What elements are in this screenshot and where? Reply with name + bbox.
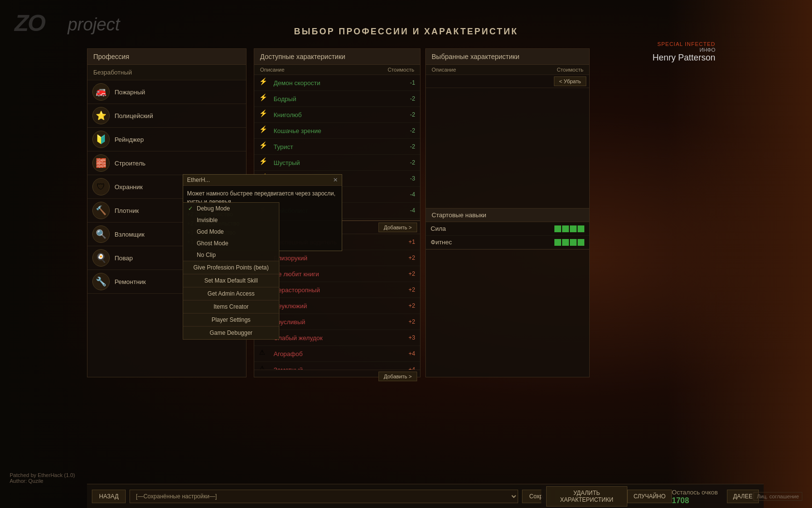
char-item-positive[interactable]: ⚡ Турист -2 [254,139,420,155]
add-chars-button-top[interactable]: Добавить > [378,223,417,232]
license-link[interactable]: Лиц. соглашение [754,492,802,501]
debug-mode-item[interactable]: ✓ Debug Mode [183,203,279,214]
top-right-info: SPECIAL INFECTED ИНФО Henry Patterson [652,41,715,63]
profession-icon: 🔍 [92,225,110,243]
god-mode-item[interactable]: God Mode [183,226,279,238]
skill-bars [554,239,584,246]
char-name: Демон скорости [274,79,403,87]
char-cost: -2 [403,95,415,102]
char-cost: +4 [403,350,415,357]
special-infected-label: SPECIAL INFECTED [652,41,715,47]
char-cost: +2 [403,254,415,261]
char-icon: ⚡ [259,77,270,88]
skill-name: Фитнес [431,239,554,246]
bottom-bar-right: УДАЛИТЬ ХАРАКТЕРИСТИКИ СЛУЧАЙНО Осталось… [541,484,764,508]
page-title: ВЫБОР ПРОФЕССИИ И ХАРАКТЕРИСТИК [294,27,518,37]
char-name: Книголюб [274,111,403,119]
random-button[interactable]: СЛУЧАЙНО [627,490,672,503]
points-value: 1708 [672,496,689,505]
get-admin-btn[interactable]: Get Admin Access [183,287,279,300]
saved-settings-select[interactable]: [—Сохранённые настройки—] [130,490,518,503]
char-icon: ⚡ [259,141,270,152]
char-item-positive[interactable]: ⚡ Книголюб -2 [254,107,420,123]
char-cost: +1 [403,239,415,245]
profession-icon: ⭐ [92,107,110,124]
back-button[interactable]: НАЗАД [92,490,126,503]
logo-project: project [68,15,120,35]
char-item-positive[interactable]: ⚡ Кошачье зрение -2 [254,123,420,139]
skill-name: Сила [431,225,554,232]
char-cost: +4 [403,366,415,370]
selected-chars-title: Выбранные характеристики [426,49,589,65]
tooltip-close[interactable]: ✕ [333,177,338,183]
char-item-negative[interactable]: ⚠ Заметный +4 [254,362,420,370]
profession-name: Охранник [115,183,143,191]
profession-item[interactable]: ⭐ Полицейский [87,104,246,128]
char-cost: -4 [403,191,415,198]
profession-icon: 🔰 [92,131,110,148]
skill-bar [554,225,561,232]
skill-bar [562,239,569,246]
profession-icon: 🛡 [92,178,110,195]
invisible-item[interactable]: Invisible [183,214,279,226]
skills-panel: Стартовые навыки Сила Фитнес [425,208,590,250]
skill-bar [578,225,584,232]
debug-checkmark: ✓ [188,205,194,212]
profession-icon: 🚒 [92,83,110,101]
available-chars-title: Доступные характеристики [254,49,420,65]
add-chars-button-bottom[interactable]: Добавить > [378,372,417,381]
logo-zo: ZO [14,10,45,36]
no-clip-item[interactable]: No Clip [183,249,279,261]
char-cost: +2 [403,318,415,325]
skills-list: Сила Фитнес [426,222,589,249]
char-cost: -3 [403,175,415,182]
skill-bars [554,225,584,232]
char-name: Не любит книги [274,270,403,278]
profession-name: Рейнджер [115,136,144,143]
char-icon: ⚡ [259,157,270,168]
tooltip-header: EtherH... ✕ [183,175,342,186]
bg-left [0,0,97,508]
skill-bar [570,239,577,246]
profession-name: Строитель [115,160,145,167]
profession-name: Полицейский [115,112,153,120]
char-item-negative[interactable]: ⚠ Агорафоб +4 [254,346,420,362]
char-name: Неуклюжий [274,302,403,310]
profession-name: Повар [115,254,133,262]
char-name: Агорафоб [274,350,403,358]
char-cost: -1 [403,79,415,86]
char-cost: -4 [403,207,415,214]
player-settings-btn[interactable]: Player Settings [183,313,279,326]
debug-menu: ✓ Debug Mode Invisible God Mode Ghost Mo… [183,202,279,340]
char-name: Бодрый [274,95,403,103]
skill-item: Фитнес [426,236,589,249]
char-cost: +2 [403,302,415,309]
char-name: Заметный [274,366,403,370]
char-cost: -2 [403,111,415,118]
author: Author: Quzile [10,478,75,484]
char-name: Близорукий [274,254,403,262]
char-cost: -2 [403,127,415,134]
bottom-bar-left: НАЗАД [—Сохранённые настройки—] Сохр. Уд… [87,484,590,508]
remove-chars-button[interactable]: < Убрать [554,76,586,86]
char-cost: +2 [403,286,415,293]
skill-bar [554,239,561,246]
items-creator-btn[interactable]: Items Creator [183,300,279,313]
profession-item[interactable]: 🚒 Пожарный [87,80,246,104]
ghost-mode-item[interactable]: Ghost Mode [183,238,279,249]
delete-chars-button[interactable]: УДАЛИТЬ ХАРАКТЕРИСТИКИ [546,486,627,507]
char-cost: +3 [403,334,415,341]
char-item-positive[interactable]: ⚡ Бодрый -2 [254,91,420,107]
profession-item[interactable]: 🧱 Строитель [87,151,246,175]
set-max-skill-btn[interactable]: Set Max Default Skill [183,274,279,287]
skill-item: Сила [426,222,589,236]
game-debugger-btn[interactable]: Game Debugger [183,326,279,339]
char-name: Кошачье зрение [274,127,403,134]
profession-item[interactable]: 🔰 Рейнджер [87,128,246,151]
give-profession-btn[interactable]: Give Profession Points (beta) [183,261,279,274]
profession-icon: 🧱 [92,154,110,172]
profession-unemployed[interactable]: Безработный [87,65,246,80]
char-item-positive[interactable]: ⚡ Демон скорости -1 [254,75,420,91]
char-item-positive[interactable]: ⚡ Шустрый -2 [254,155,420,171]
player-name: Henry Patterson [652,53,715,63]
